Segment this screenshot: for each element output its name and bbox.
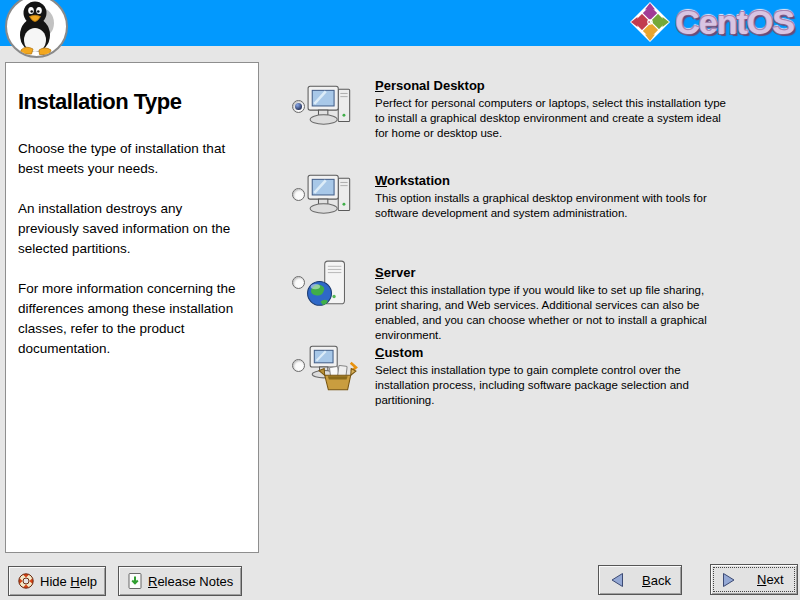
option-description: Select this installation type if you wou… <box>375 283 727 343</box>
tux-penguin-icon <box>12 0 62 55</box>
brand-logo: CentOS <box>630 2 794 42</box>
custom-package-box-icon <box>306 344 358 396</box>
help-panel: Installation Type Choose the type of ins… <box>5 62 259 553</box>
help-paragraph: For more information concerning the diff… <box>18 279 246 359</box>
desktop-computer-icon <box>306 84 358 136</box>
page-title: Installation Type <box>18 89 246 115</box>
life-preserver-icon <box>17 572 35 590</box>
tux-logo <box>5 0 68 58</box>
option-title: Personal Desktop <box>375 78 738 93</box>
workstation-computer-icon <box>306 173 358 225</box>
option-title: Workstation <box>375 173 738 188</box>
install-option-custom[interactable]: Custom Select this installation type to … <box>290 343 738 423</box>
option-title: Custom <box>375 345 738 360</box>
back-label: Back <box>642 573 671 588</box>
help-paragraph: Choose the type of installation that bes… <box>18 139 246 179</box>
back-button[interactable]: Back <box>598 565 682 595</box>
hide-help-label: Hide Help <box>40 574 97 589</box>
option-description: Perfect for personal computers or laptop… <box>375 96 727 141</box>
option-description: This option installs a graphical desktop… <box>375 191 727 221</box>
next-button[interactable]: Next <box>710 564 798 595</box>
option-title: Server <box>375 265 738 280</box>
release-notes-label: Release Notes <box>148 574 233 589</box>
radio-workstation[interactable] <box>292 188 305 201</box>
centos-star-icon <box>630 2 670 42</box>
back-arrow-icon <box>610 572 624 588</box>
hide-help-button[interactable]: Hide Help <box>8 566 106 596</box>
next-arrow-icon <box>722 572 736 588</box>
help-paragraph: An installation destroys any previously … <box>18 199 246 259</box>
release-notes-button[interactable]: Release Notes <box>118 566 242 596</box>
server-globe-icon <box>306 258 358 310</box>
next-label: Next <box>757 572 784 587</box>
brand-title: CentOS <box>675 3 794 42</box>
install-option-personal-desktop[interactable]: Personal Desktop Perfect for personal co… <box>290 76 738 168</box>
install-option-workstation[interactable]: Workstation This option installs a graph… <box>290 171 738 251</box>
radio-server[interactable] <box>292 276 305 289</box>
radio-custom[interactable] <box>292 359 305 372</box>
option-description: Select this installation type to gain co… <box>375 363 727 408</box>
radio-personal-desktop[interactable] <box>292 100 305 113</box>
release-notes-icon <box>127 572 143 590</box>
install-option-server[interactable]: Server Select this installation type if … <box>290 263 738 353</box>
